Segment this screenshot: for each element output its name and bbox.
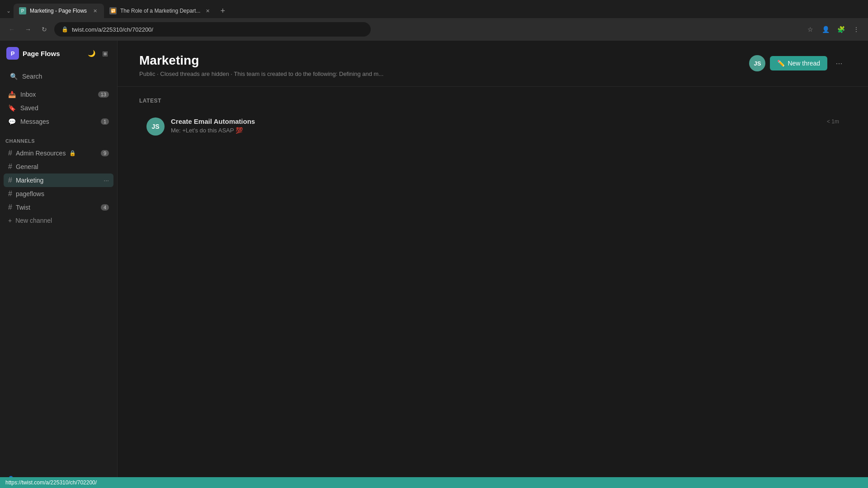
browser-tabs: ⌄ P Marketing - Page Flows ✕ 🔁 The Role … [0, 0, 868, 18]
address-text: twist.com/a/225310/ch/702200/ [72, 26, 363, 33]
inbox-icon: 📥 [8, 91, 16, 98]
menu-button[interactable]: ⋮ [850, 23, 863, 36]
channel-description: Public · Closed threads are hidden · Thi… [139, 70, 749, 77]
new-thread-label: New thread [788, 60, 820, 67]
browser-chrome: ⌄ P Marketing - Page Flows ✕ 🔁 The Role … [0, 0, 868, 41]
channel-label-marketing: Marketing [16, 177, 43, 184]
hash-icon-twist: # [8, 203, 12, 211]
hash-icon-pageflows: # [8, 190, 12, 198]
sidebar-item-marketing[interactable]: # Marketing ··· [4, 174, 113, 187]
extensions-button[interactable]: 🧩 [835, 23, 847, 36]
sidebar-item-messages[interactable]: 💬 Messages 1 [4, 115, 113, 128]
channel-actions: JS ✏️ New thread ··· [749, 53, 846, 71]
channel-info: Marketing Public · Closed threads are hi… [139, 53, 749, 77]
sidebar: P Page Flows 🌙 ▣ 🔍 Search 📥 Inbox 13 [0, 41, 118, 488]
hash-icon-general: # [8, 163, 12, 171]
messages-label: Messages [20, 118, 49, 125]
dark-mode-button[interactable]: 🌙 [85, 47, 97, 59]
new-tab-button[interactable]: + [217, 4, 229, 18]
channel-label-admin: Admin Resources [16, 150, 66, 157]
nav-items: 📥 Inbox 13 🔖 Saved 💬 Messages 1 [0, 87, 117, 129]
tab-close-1[interactable]: ✕ [91, 7, 99, 14]
tab-overflow[interactable]: ⌄ [4, 4, 14, 18]
channel-label-pageflows: pageflows [16, 190, 44, 197]
channels-section: Channels [0, 129, 117, 146]
tab-title-1: Marketing - Page Flows [30, 8, 88, 14]
sidebar-item-admin-resources[interactable]: # Admin Resources 🔒 9 [4, 146, 113, 160]
address-bar[interactable]: 🔒 twist.com/a/225310/ch/702200/ [54, 22, 371, 37]
messages-badge: 1 [101, 118, 109, 125]
new-channel-label: New channel [15, 217, 52, 224]
channel-label-general: General [16, 163, 38, 170]
status-bar: https://twist.com/a/225310/ch/702200/ [0, 477, 868, 488]
sidebar-item-pageflows[interactable]: # pageflows [4, 187, 113, 201]
channel-more-marketing[interactable]: ··· [104, 177, 109, 184]
saved-icon: 🔖 [8, 104, 16, 112]
sidebar-search-area: 🔍 Search [0, 66, 117, 87]
tab-favicon-2: 🔁 [109, 7, 117, 14]
search-label: Search [22, 73, 42, 80]
channel-header: Marketing Public · Closed threads are hi… [118, 41, 868, 87]
search-icon: 🔍 [10, 73, 18, 80]
workspace-icon: P [6, 47, 19, 60]
tab-favicon-1: P [19, 7, 26, 14]
browser-tab-1[interactable]: P Marketing - Page Flows ✕ [14, 4, 104, 18]
thread-item[interactable]: JS Create Email Automations Me: +Let's d… [139, 111, 846, 142]
channel-label-twist: Twist [16, 204, 30, 211]
profile-button[interactable]: 👤 [819, 23, 832, 36]
inbox-badge: 13 [98, 91, 109, 98]
hash-icon-admin: # [8, 149, 12, 157]
thread-preview: Me: +Let's do this ASAP 💯 [171, 127, 821, 134]
sidebar-item-general[interactable]: # General [4, 160, 113, 174]
browser-tab-2[interactable]: 🔁 The Role of a Marketing Depart... ✕ [104, 4, 217, 18]
channel-avatar[interactable]: JS [749, 55, 765, 71]
twist-badge: 4 [101, 204, 109, 211]
messages-icon: 💬 [8, 118, 16, 125]
thread-content: Create Email Automations Me: +Let's do t… [171, 117, 821, 134]
thread-title: Create Email Automations [171, 117, 821, 125]
sidebar-header-icons: 🌙 ▣ [85, 47, 111, 59]
channel-title: Marketing [139, 53, 749, 68]
channels-label: Channels [5, 138, 35, 144]
sidebar-item-inbox[interactable]: 📥 Inbox 13 [4, 88, 113, 101]
tab-title-2: The Role of a Marketing Depart... [120, 8, 200, 14]
lock-icon: 🔒 [61, 26, 68, 33]
workspace-name: Page Flows [23, 50, 82, 57]
bookmark-button[interactable]: ☆ [804, 23, 816, 36]
main-content: Marketing Public · Closed threads are hi… [118, 41, 868, 488]
thread-time: < 1m [827, 117, 839, 125]
new-thread-button[interactable]: ✏️ New thread [770, 56, 827, 70]
browser-toolbar: ← → ↻ 🔒 twist.com/a/225310/ch/702200/ ☆ … [0, 18, 868, 41]
search-button[interactable]: 🔍 Search [5, 70, 112, 83]
compose-icon: ✏️ [777, 60, 785, 67]
sidebar-item-twist[interactable]: # Twist 4 [4, 201, 113, 214]
new-channel-button[interactable]: + New channel [4, 214, 113, 227]
status-url: https://twist.com/a/225310/ch/702200/ [5, 479, 97, 486]
thread-avatar: JS [146, 117, 165, 136]
channel-more-options-button[interactable]: ··· [832, 56, 846, 70]
latest-label: Latest [139, 98, 846, 104]
saved-label: Saved [20, 104, 38, 112]
admin-badge: 9 [101, 150, 109, 156]
layout-button[interactable]: ▣ [99, 47, 111, 59]
app-container: P Page Flows 🌙 ▣ 🔍 Search 📥 Inbox 13 [0, 41, 868, 488]
plus-icon: + [8, 217, 12, 224]
tab-close-2[interactable]: ✕ [204, 7, 211, 14]
sidebar-item-saved[interactable]: 🔖 Saved [4, 101, 113, 115]
refresh-button[interactable]: ↻ [38, 23, 51, 36]
lock-icon-admin: 🔒 [69, 150, 76, 156]
back-button[interactable]: ← [5, 23, 18, 36]
hash-icon-marketing: # [8, 176, 12, 184]
sidebar-header: P Page Flows 🌙 ▣ [0, 41, 117, 66]
forward-button[interactable]: → [22, 23, 34, 36]
latest-section: Latest JS Create Email Automations Me: +… [118, 87, 868, 153]
toolbar-right: ☆ 👤 🧩 ⋮ [804, 23, 863, 36]
inbox-label: Inbox [20, 91, 36, 98]
